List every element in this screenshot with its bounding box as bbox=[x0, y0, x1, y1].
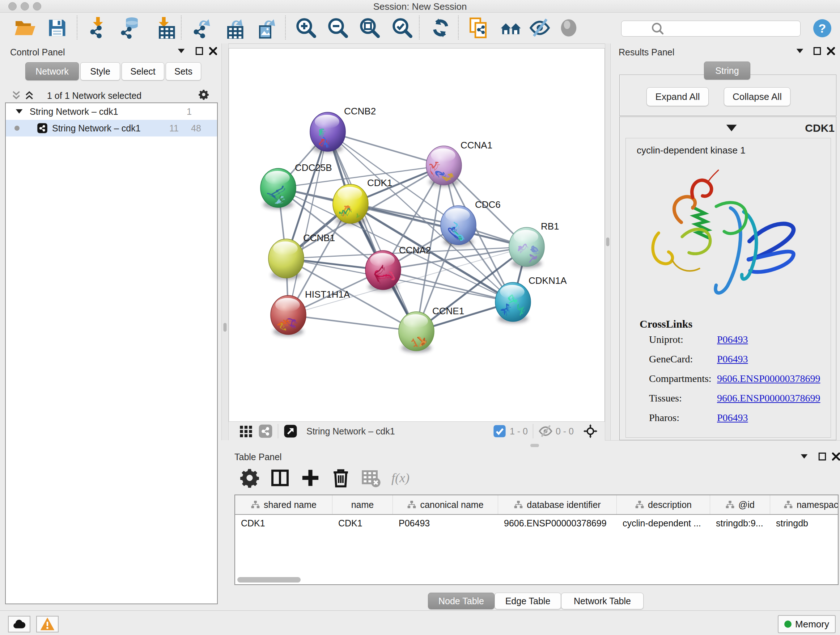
tab-sets[interactable]: Sets bbox=[166, 62, 201, 80]
column-header-namespace[interactable]: namespace bbox=[770, 495, 838, 514]
hide-selected-button[interactable] bbox=[529, 17, 551, 39]
network-edge[interactable] bbox=[328, 132, 416, 331]
network-graph[interactable]: CCNB2CCNA1CDC25BCDK1CDC6RB1CCNB1CCNA2CDK… bbox=[229, 49, 605, 422]
float-panel-icon[interactable] bbox=[817, 451, 828, 462]
column-header-shared-name[interactable]: shared name bbox=[235, 495, 332, 514]
table-cell[interactable]: 9606.ENSP00000378699 bbox=[498, 518, 617, 529]
collapse-all-tree-icon[interactable] bbox=[11, 90, 22, 101]
table-settings-button[interactable] bbox=[240, 468, 260, 488]
tab-network[interactable]: Network bbox=[25, 62, 79, 80]
gear-icon[interactable] bbox=[198, 89, 209, 100]
close-panel-icon[interactable] bbox=[208, 46, 218, 57]
tab-style[interactable]: Style bbox=[80, 62, 120, 80]
gene-header-row[interactable]: CDK1 bbox=[621, 120, 835, 136]
memory-button[interactable]: Memory bbox=[778, 615, 836, 633]
node-label: CDC25B bbox=[295, 162, 332, 173]
zoom-in-button[interactable] bbox=[295, 17, 317, 39]
crosshair-icon[interactable] bbox=[583, 424, 598, 439]
crosslink-link[interactable]: P06493 bbox=[717, 353, 748, 365]
tab-string[interactable]: String bbox=[704, 62, 750, 80]
zoom-out-button[interactable] bbox=[327, 17, 349, 39]
add-column-button[interactable] bbox=[300, 468, 321, 488]
table-cell[interactable]: CDK1 bbox=[332, 518, 393, 529]
network-canvas[interactable]: CCNB2CCNA1CDC25BCDK1CDC6RB1CCNB1CCNA2CDK… bbox=[229, 48, 605, 422]
selected-checkbox-icon[interactable] bbox=[493, 424, 507, 439]
network-node-CCNB2[interactable]: CCNB2 bbox=[310, 106, 376, 155]
float-panel-icon[interactable] bbox=[812, 46, 823, 57]
column-header-@id[interactable]: @id bbox=[710, 495, 770, 514]
tab-edge-table[interactable]: Edge Table bbox=[494, 593, 561, 609]
tree-expander-icon[interactable] bbox=[14, 106, 25, 117]
crosslink-link[interactable]: 9606.ENSP00000378699 bbox=[717, 373, 820, 385]
show-hidden-button[interactable] bbox=[558, 17, 579, 39]
hidden-eye-icon[interactable] bbox=[538, 424, 553, 439]
table-cell[interactable]: cyclin-dependent ... bbox=[617, 518, 710, 529]
panel-menu-icon[interactable] bbox=[799, 451, 810, 462]
import-table-button[interactable] bbox=[153, 17, 175, 39]
panel-menu-icon[interactable] bbox=[794, 46, 805, 57]
panel-menu-icon[interactable] bbox=[176, 46, 187, 57]
close-panel-icon[interactable] bbox=[826, 46, 836, 57]
float-panel-icon[interactable] bbox=[194, 46, 205, 57]
network-edge[interactable] bbox=[288, 315, 416, 331]
table-horizontal-scrollbar[interactable] bbox=[235, 577, 838, 583]
horizontal-splitter[interactable] bbox=[229, 440, 840, 450]
network-node-RB1[interactable]: RB1 bbox=[509, 221, 559, 268]
collapse-all-button[interactable]: Collapse All bbox=[724, 87, 790, 106]
right-splitter[interactable] bbox=[605, 43, 611, 440]
table-cell[interactable]: P06493 bbox=[393, 518, 498, 529]
export-network-button[interactable] bbox=[191, 17, 213, 39]
expand-all-tree-icon[interactable] bbox=[24, 90, 35, 101]
tab-select[interactable]: Select bbox=[122, 62, 164, 80]
main-toolbar: ? bbox=[0, 13, 840, 44]
zoom-selected-button[interactable] bbox=[392, 17, 413, 39]
network-row[interactable]: String Network – cdk1 11 48 bbox=[6, 120, 217, 136]
delete-column-button[interactable] bbox=[331, 468, 351, 488]
import-network-from-database-button[interactable] bbox=[120, 17, 142, 39]
table-cell[interactable]: stringdb bbox=[770, 518, 838, 529]
collapse-gene-icon[interactable] bbox=[621, 120, 785, 136]
zoom-fit-button[interactable] bbox=[359, 17, 381, 39]
scrollbar-thumb[interactable] bbox=[237, 577, 301, 583]
tab-node-table[interactable]: Node Table bbox=[428, 593, 494, 609]
crosslink-link[interactable]: 9606.ENSP00000378699 bbox=[717, 393, 820, 404]
network-node-CDKN1A[interactable]: CDKN1A bbox=[495, 275, 567, 323]
help-button[interactable]: ? bbox=[813, 19, 831, 37]
save-session-button[interactable] bbox=[46, 17, 68, 39]
warnings-button[interactable] bbox=[36, 616, 58, 632]
table-cell[interactable]: stringdb:9... bbox=[710, 518, 770, 529]
network-node-CDC25B[interactable]: CDC25B bbox=[261, 162, 332, 213]
search-box[interactable] bbox=[621, 21, 801, 36]
show-columns-button[interactable] bbox=[270, 468, 290, 488]
crosslink-link[interactable]: P06493 bbox=[717, 412, 748, 424]
export-table-button[interactable] bbox=[224, 17, 245, 39]
clone-network-button[interactable] bbox=[468, 17, 490, 39]
apply-layout-button[interactable] bbox=[430, 17, 452, 39]
table-cell[interactable]: CDK1 bbox=[235, 518, 332, 529]
node-table[interactable]: shared namenamecanonical namedatabase id… bbox=[234, 494, 838, 585]
network-collection-row[interactable]: String Network – cdk1 1 bbox=[6, 103, 217, 120]
column-header-canonical-name[interactable]: canonical name bbox=[393, 495, 498, 514]
search-input[interactable] bbox=[687, 22, 800, 35]
network-edge[interactable] bbox=[288, 132, 328, 315]
network-node-HIST1H1A[interactable]: HIST1H1A bbox=[271, 289, 350, 336]
detach-view-icon[interactable] bbox=[283, 424, 298, 439]
column-header-name[interactable]: name bbox=[332, 495, 393, 514]
tab-network-table[interactable]: Network Table bbox=[561, 593, 644, 609]
first-neighbors-button[interactable] bbox=[500, 17, 522, 39]
open-session-button[interactable] bbox=[14, 17, 35, 39]
cloud-button[interactable] bbox=[8, 616, 30, 632]
expand-all-button[interactable]: Expand All bbox=[646, 87, 709, 106]
export-image-button[interactable] bbox=[256, 17, 278, 39]
crosslink-link[interactable]: P06493 bbox=[717, 334, 748, 345]
table-row[interactable]: CDK1CDK1P064939606.ENSP00000378699cyclin… bbox=[235, 515, 838, 532]
network-node-CDC6[interactable]: CDC6 bbox=[441, 199, 501, 247]
column-header-database-identifier[interactable]: database identifier bbox=[498, 495, 617, 514]
table-panel-title: Table Panel bbox=[234, 452, 282, 462]
close-panel-icon[interactable] bbox=[831, 451, 840, 462]
import-network-button[interactable] bbox=[88, 17, 109, 39]
grid-view-icon[interactable] bbox=[239, 424, 253, 439]
left-splitter[interactable] bbox=[221, 43, 229, 440]
column-header-description[interactable]: description bbox=[617, 495, 710, 514]
network-badge-gray-icon[interactable] bbox=[258, 424, 273, 439]
